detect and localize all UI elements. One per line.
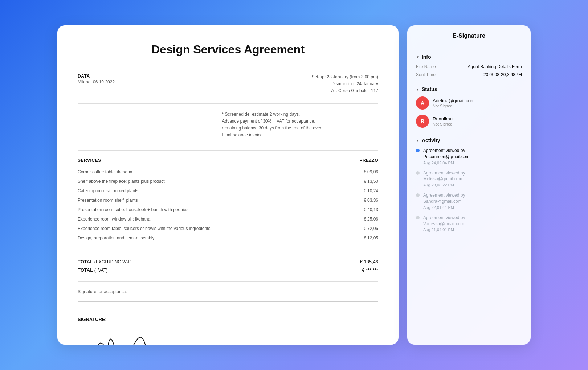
service-row: Experience room table: saucers or bowls … xyxy=(78,224,378,233)
signer-status: Not Signed xyxy=(433,104,522,108)
activity-time: Aug 24,02:04 PM xyxy=(423,161,522,165)
service-name: Presentation room shelf: plants xyxy=(78,198,364,203)
activity-time: Aug 21,04:01 PM xyxy=(423,227,522,232)
sent-time-label: Sent Time xyxy=(416,72,436,77)
dot-line-wrapper xyxy=(416,148,420,156)
total-vat-value: € ***,*** xyxy=(362,267,378,273)
setup-line1: Set-up: 23 January (from 3.00 pm) xyxy=(312,74,378,81)
divider-3 xyxy=(78,250,378,250)
file-name-label: File Name xyxy=(416,64,436,69)
file-name-row: File Name Agent Banking Details Form xyxy=(416,64,522,69)
notes-section xyxy=(78,111,213,142)
service-price: € 40,13 xyxy=(364,207,378,212)
document-panel: Design Services Agreement DATA Milano, 0… xyxy=(57,25,399,345)
activity-content: Agreement viewed byMelissa@gmail.com Aug… xyxy=(423,170,522,188)
total-vat-row: TOTAL (+VAT) € ***,*** xyxy=(78,266,378,274)
meta-right: Set-up: 23 January (from 3.00 pm) Disman… xyxy=(312,74,378,95)
activity-content: Agreement viewed byPecommon@gmail.com Au… xyxy=(423,148,522,165)
service-name: Experience room window sill: ikebana xyxy=(78,217,364,222)
service-name: Corner coffee table: ikebana xyxy=(78,169,364,174)
activity-text: Agreement viewed bySandra@gmail.com xyxy=(423,192,522,205)
notes-line1: * Screened de; estimate 2 working days. xyxy=(222,112,300,117)
total-excl-row: TOTAL (EXCLUDING VAT) € 185,46 xyxy=(78,258,378,266)
activity-time: Aug 22,01:41 PM xyxy=(423,205,522,210)
service-row: Shelf above the fireplace: plants plus p… xyxy=(78,177,378,186)
status-info: Ruanlimu Not Signed xyxy=(433,116,522,126)
activity-dot-icon xyxy=(416,216,420,219)
file-name-value: Agent Banking Details Form xyxy=(468,64,522,69)
activity-text: Agreement viewed byVanessa@gmail.com xyxy=(423,215,522,227)
service-price: € 09,06 xyxy=(364,169,378,174)
activity-item: Agreement viewed byPecommon@gmail.com Au… xyxy=(416,148,522,165)
totals-section: TOTAL (EXCLUDING VAT) € 185,46 TOTAL (+V… xyxy=(78,258,378,274)
document-title: Design Services Agreement xyxy=(78,43,378,56)
service-price: € 72,06 xyxy=(364,226,378,231)
service-price: € 13,50 xyxy=(364,179,378,184)
info-chevron-icon: ▼ xyxy=(416,55,420,59)
esignature-panel: E-Signature ▼ Info File Name Agent Banki… xyxy=(407,25,531,345)
activity-dot-icon xyxy=(416,149,420,152)
services-table: SERVICES PREZZO Corner coffee table: ike… xyxy=(78,158,378,243)
total-excl-label: TOTAL (EXCLUDING VAT) xyxy=(78,259,132,264)
activity-item: Agreement viewed byVanessa@gmail.com Aug… xyxy=(416,215,522,232)
service-price: € 10,24 xyxy=(364,188,378,193)
notes-line4: Final balance invoice. xyxy=(222,132,264,137)
signer-item: A Adelina@gmail.com Not Signed xyxy=(416,96,522,110)
dot-connector xyxy=(418,152,418,156)
service-row: Design, preparation and semi-assembly € … xyxy=(78,233,378,243)
service-row: Corner coffee table: ikebana € 09,06 xyxy=(78,167,378,177)
services-header: SERVICES PREZZO xyxy=(78,158,378,163)
status-section-header: ▼ Status xyxy=(416,86,522,92)
meta-left: DATA Milano, 06.19.2022 xyxy=(78,74,115,95)
activity-list: Agreement viewed byPecommon@gmail.com Au… xyxy=(416,148,522,232)
status-info: Adelina@gmail.com Not Signed xyxy=(433,98,522,108)
section-divider-1 xyxy=(416,82,522,82)
divider-4 xyxy=(78,281,378,282)
services-header-name: SERVICES xyxy=(78,158,101,163)
services-list: Corner coffee table: ikebana € 09,06 She… xyxy=(78,167,378,243)
signature-section: Signature for acceptance: SIGNATURE: xyxy=(78,289,378,345)
sig-for-acceptance: Signature for acceptance: xyxy=(78,289,378,294)
activity-section-header: ▼ Activity xyxy=(416,137,522,143)
meta-location: Milano, 06.19.2022 xyxy=(78,79,115,85)
divider-2 xyxy=(78,150,378,151)
total-vat-label: TOTAL (+VAT) xyxy=(78,267,107,273)
service-row: Catering room sill: mixed plants € 10,24 xyxy=(78,186,378,196)
setup-line3: AT: Corso Garibaldi, 117 xyxy=(312,87,378,94)
dot-connector xyxy=(418,175,418,178)
divider-1 xyxy=(78,103,378,104)
activity-chevron-icon: ▼ xyxy=(416,139,420,143)
services-header-price: PREZZO xyxy=(359,158,378,163)
dot-line-wrapper xyxy=(416,215,420,219)
service-name: Experience room table: saucers or bowls … xyxy=(78,226,364,231)
signer-status: Not Signed xyxy=(433,122,522,126)
activity-item: Agreement viewed byMelissa@gmail.com Aug… xyxy=(416,170,522,188)
activity-content: Agreement viewed bySandra@gmail.com Aug … xyxy=(423,192,522,210)
activity-text: Agreement viewed byPecommon@gmail.com xyxy=(423,148,522,160)
status-section-label: Status xyxy=(422,86,437,92)
service-price: € 12,05 xyxy=(364,235,378,240)
info-section-header: ▼ Info xyxy=(416,54,522,60)
notes-services-row: * Screened de; estimate 2 working days. … xyxy=(78,111,378,142)
service-name: Presentation room cube: houseleek + bunc… xyxy=(78,207,364,212)
service-name: Design, preparation and semi-assembly xyxy=(78,235,364,240)
service-price: € 25,06 xyxy=(364,217,378,222)
avatar: R xyxy=(416,115,429,128)
sig-line-1 xyxy=(78,301,378,302)
service-name: Catering room sill: mixed plants xyxy=(78,188,364,193)
dot-connector xyxy=(418,197,418,201)
signer-email: Ruanlimu xyxy=(433,116,522,122)
sent-time-row: Sent Time 2023-08-20,3:48PM xyxy=(416,72,522,77)
service-row: Presentation room cube: houseleek + bunc… xyxy=(78,205,378,214)
info-section-label: Info xyxy=(422,54,431,60)
sent-time-value: 2023-08-20,3:48PM xyxy=(483,72,522,77)
meta-data-label: DATA xyxy=(78,74,115,79)
notes-text: * Screened de; estimate 2 working days. … xyxy=(222,111,378,139)
signature-image xyxy=(78,325,378,345)
sig-label: SIGNATURE: xyxy=(78,317,378,322)
avatar: A xyxy=(416,96,429,110)
activity-item: Agreement viewed bySandra@gmail.com Aug … xyxy=(416,192,522,210)
notes-line2: Advance payment of 30% + VAT for accepta… xyxy=(222,119,315,124)
service-name: Shelf above the fireplace: plants plus p… xyxy=(78,179,364,184)
signer-item: R Ruanlimu Not Signed xyxy=(416,115,522,128)
